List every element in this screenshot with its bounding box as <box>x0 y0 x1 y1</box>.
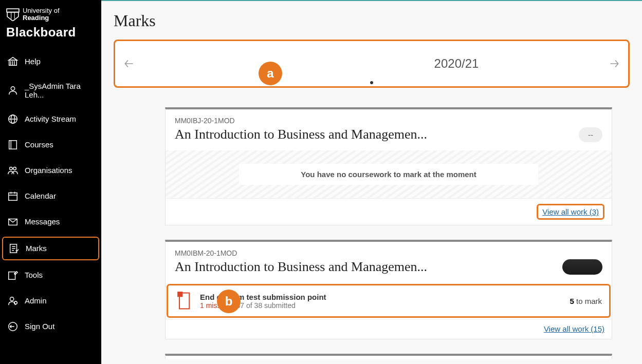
globe-icon <box>7 113 19 125</box>
svg-rect-27 <box>177 292 182 297</box>
svg-rect-12 <box>9 140 17 149</box>
course-code: MM0IBJ-20-1MOD <box>175 117 427 125</box>
nav-label: Marks <box>26 244 47 253</box>
to-mark: 5 to mark <box>570 297 602 305</box>
nav-label: Tools <box>25 271 43 279</box>
empty-area: You have no coursework to mark at the mo… <box>166 150 612 198</box>
edit-icon <box>7 270 19 281</box>
nav-label: Courses <box>25 140 53 149</box>
nav-label: Help <box>25 57 41 66</box>
to-mark-count: 5 <box>570 297 574 305</box>
assignment-title: End of Term test submission point <box>200 293 562 301</box>
nav-label: Messages <box>25 217 60 226</box>
nav-help[interactable]: Help <box>0 49 101 74</box>
nav-label: Calendar <box>25 191 56 200</box>
calendar-icon <box>7 190 19 202</box>
page-title: Marks <box>114 11 630 30</box>
brand-block: University of Reading Blackboard <box>0 3 101 49</box>
course-title[interactable]: An Introduction to Business and Manageme… <box>175 127 427 142</box>
shield-icon <box>6 8 20 21</box>
term-prev-button[interactable] <box>121 56 137 71</box>
envelope-icon <box>7 216 19 227</box>
user-icon <box>7 85 19 96</box>
svg-point-14 <box>10 167 12 170</box>
arrow-left-icon <box>122 57 136 70</box>
nav-organisations[interactable]: Organisations <box>0 158 101 183</box>
nav: Help _SysAdmin Tara Leh... Activity Stre… <box>0 49 101 339</box>
nav-courses[interactable]: Courses <box>0 132 101 158</box>
course-list: MM0IBJ-20-1MOD An Introduction to Busine… <box>165 107 612 359</box>
signout-icon <box>7 321 19 332</box>
course-code: MM0IBM-20-1MOD <box>175 249 427 257</box>
document-icon <box>175 292 193 310</box>
card-footer: View all work (15) <box>166 319 612 339</box>
group-icon <box>7 165 19 176</box>
nav-label: Admin <box>25 296 47 305</box>
course-card: MM0IBJ-20-1MOD An Introduction to Busine… <box>165 107 612 225</box>
nav-label: Organisations <box>25 166 72 175</box>
svg-rect-22 <box>9 272 15 279</box>
card-footer: View all work (3) <box>166 198 612 225</box>
callout-a: a <box>259 62 282 85</box>
assignment-submitted: 37 of 38 submitted <box>236 301 296 310</box>
course-header: MM0IBJ-20-1MOD An Introduction to Busine… <box>166 109 612 150</box>
term-selector: 2020/21 <box>114 40 630 88</box>
nav-admin[interactable]: Admin <box>0 288 101 314</box>
course-card-partial <box>165 354 612 359</box>
grade-pill: -- <box>579 127 602 142</box>
svg-point-23 <box>10 297 14 300</box>
assignment-subtext: 1 missing | 37 of 38 submitted <box>200 301 562 310</box>
nav-user[interactable]: _SysAdmin Tara Leh... <box>0 74 101 106</box>
brand-product: Blackboard <box>6 25 95 40</box>
brand-uni-line2: Reading <box>23 14 60 22</box>
nav-signout[interactable]: Sign Out <box>0 314 101 339</box>
view-all-link[interactable]: View all work (3) <box>537 204 604 220</box>
nav-marks[interactable]: Marks <box>2 237 99 260</box>
brand-uni-line1: University of <box>23 7 60 14</box>
svg-point-15 <box>13 167 16 170</box>
nav-label: Activity Stream <box>25 114 76 123</box>
brand-university: University of Reading <box>6 7 95 22</box>
svg-rect-0 <box>7 9 19 12</box>
arrow-right-icon <box>608 57 621 70</box>
sidebar: University of Reading Blackboard Help <box>0 0 101 364</box>
view-all-link[interactable]: View all work (15) <box>544 324 604 333</box>
main-content: Marks a 2020/21 c b MM0IBJ-20-1MOD An In… <box>101 0 642 364</box>
svg-point-8 <box>11 86 14 90</box>
nav-activity-stream[interactable]: Activity Stream <box>0 106 101 132</box>
marks-icon <box>8 243 20 254</box>
course-title[interactable]: An Introduction to Business and Manageme… <box>175 259 427 275</box>
to-mark-label: to mark <box>574 297 602 305</box>
nav-messages[interactable]: Messages <box>0 209 101 235</box>
grade-pill-dark <box>562 259 602 275</box>
admin-icon <box>7 295 19 306</box>
svg-rect-16 <box>9 193 17 200</box>
book-icon <box>7 139 19 150</box>
assignment-info: End of Term test submission point 1 miss… <box>200 293 562 310</box>
nav-marks-wrap: Marks <box>0 235 101 262</box>
nav-calendar[interactable]: Calendar <box>0 183 101 209</box>
nav-label: Sign Out <box>25 322 54 331</box>
term-next-button[interactable] <box>607 56 622 71</box>
term-label: 2020/21 <box>265 56 479 71</box>
course-header: MM0IBM-20-1MOD An Introduction to Busine… <box>166 242 612 283</box>
nav-label: _SysAdmin Tara Leh... <box>25 82 94 99</box>
callout-b: b <box>217 290 241 313</box>
empty-message: You have no coursework to mark at the mo… <box>239 164 538 185</box>
nav-tools[interactable]: Tools <box>0 262 101 288</box>
institution-icon <box>7 56 19 67</box>
